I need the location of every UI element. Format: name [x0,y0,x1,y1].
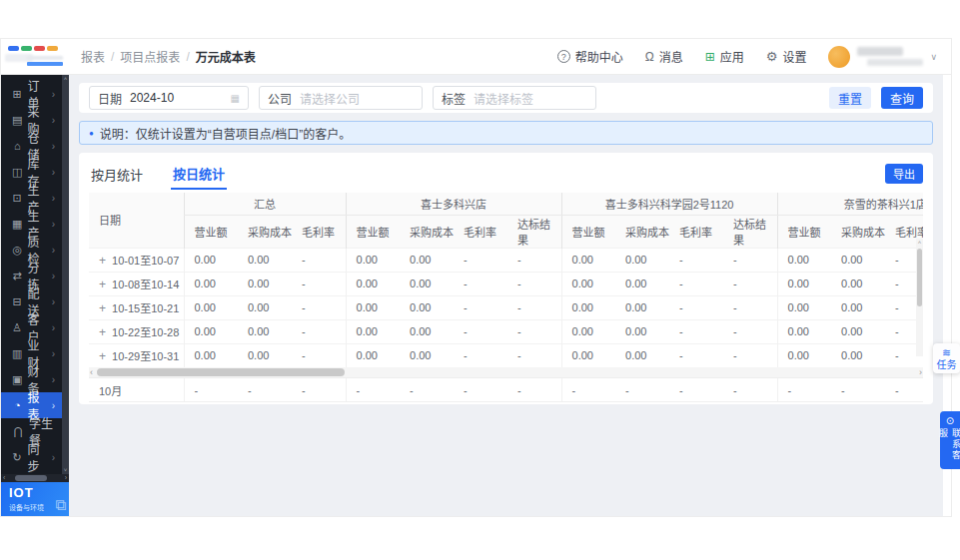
column-header: 营业额 [777,215,831,248]
messages-menu[interactable]: Ω 消息 [645,48,683,65]
export-button[interactable]: 导出 [885,164,923,184]
query-button[interactable]: 查询 [881,87,923,109]
production-icon: ▦ [12,218,22,231]
student-meal-icon: ⋂ [12,425,24,438]
company-select-field[interactable]: 公司 请选择公司 [259,86,423,110]
group-header-store-3: 奈雪的茶科兴1店 [777,193,923,215]
scroll-down-icon[interactable]: ˅ [62,467,69,473]
notice-text: 说明：仅统计设置为“自营项目点/档口”的客户。 [100,125,351,142]
tabs-bar: 按月统计 按日统计 导出 [89,159,923,189]
table-footer-area: 10月 - - - - - - - - - [89,377,923,402]
breadcrumb-item-reports[interactable]: 报表 [81,48,105,65]
production-icon: ⊡ [12,192,22,205]
tag-select-field[interactable]: 标签 请选择标签 [433,86,596,110]
tag-placeholder: 请选择标签 [474,90,533,107]
table-row: +10-08至10-14 0.00 0.00 - 0.00 0.00 - - 0… [89,272,923,295]
group-header-store-1: 喜士多科兴店 [346,193,561,215]
iot-logo-subtitle: 设备与环境 [9,502,44,512]
chevron-right-icon: › [52,296,55,307]
gear-icon: ⚙ [766,49,778,64]
table-footer-row: 10月 - - - - - - - - - [89,378,923,402]
settings-menu[interactable]: ⚙ 设置 [766,48,807,65]
scroll-left-icon[interactable]: ‹ [90,367,93,377]
tasks-floating-button[interactable]: ≋ 任务 [933,343,960,373]
logo-color-bars-icon [8,46,58,51]
warehouse-icon: ⌂ [12,140,22,152]
tasks-label: 任务 [937,359,957,370]
chevron-right-icon: › [52,167,55,178]
tab-monthly-stats[interactable]: 按月统计 [89,160,145,189]
table-row: +10-15至10-21 0.00 0.00 - 0.00 0.00 - - 0… [89,295,923,319]
avatar [828,46,850,68]
chevron-right-icon: › [52,271,55,281]
scroll-right-icon[interactable]: › [919,367,922,377]
chevron-down-icon: ∨ [930,52,937,62]
apps-grid-icon: ⊞ [705,50,715,64]
column-header: 营业额 [561,215,615,248]
question-circle-icon: ? [557,50,570,63]
calendar-icon: ▦ [231,93,240,104]
company-placeholder: 请选择公司 [300,90,360,107]
help-center-menu[interactable]: ? 帮助中心 [557,48,623,65]
user-name-redacted [857,47,923,66]
screen: 报表 / 项目点报表 / 万元成本表 ? 帮助中心 Ω 消息 ⊞ 应用 [0,0,960,560]
breadcrumb-separator: / [186,50,189,64]
expand-icon[interactable]: + [99,325,106,339]
expand-icon[interactable]: + [99,301,106,315]
headset-icon: ⊙ [946,415,954,426]
chevron-right-icon: › [52,115,55,126]
sidebar-vertical-scrollbar[interactable]: ˄ ˅ [62,75,69,474]
delivery-icon: ⊟ [12,295,22,308]
expand-icon[interactable]: + [99,278,106,291]
column-header: 采购成本 [400,215,454,248]
expand-icon[interactable]: + [99,349,106,363]
table-row: +10-29至10-31 0.00 0.00 - 0.00 0.00 - - 0… [89,343,923,367]
report-card: 按月统计 按日统计 导出 [79,153,933,404]
tab-daily-stats[interactable]: 按日统计 [171,159,227,190]
chevron-right-icon: › [52,322,55,333]
breadcrumb-item-project-reports[interactable]: 项目点报表 [120,48,180,65]
purchase-icon: ▤ [12,114,22,127]
date-picker-field[interactable]: 日期 2024-10 ▦ [89,86,249,110]
scrollbar-thumb[interactable] [97,368,345,376]
app-window: 报表 / 项目点报表 / 万元成本表 ? 帮助中心 Ω 消息 ⊞ 应用 [0,38,952,517]
chevron-right-icon: › [52,348,55,359]
sidebar-horizontal-scrollbar[interactable]: ‹ › [1,474,69,482]
scrollbar-thumb[interactable] [917,249,922,306]
customer-service-floating-button[interactable]: ⊙ 联系客服 [940,411,960,469]
scroll-right-icon[interactable]: › [65,474,67,482]
column-header: 达标结果 [507,215,561,248]
sorting-icon: ⇄ [12,270,22,282]
scroll-up-icon[interactable]: ˄ [62,76,69,82]
chevron-right-icon: › [52,193,55,204]
reset-button[interactable]: 重置 [829,87,871,109]
iot-logo[interactable]: IOT 设备与环境 ⧉ [1,482,69,516]
column-header: 采购成本 [831,215,885,248]
scroll-up-icon[interactable]: ˄ [916,239,923,247]
notice-banner: ● 说明：仅统计设置为“自营项目点/档口”的客户。 [79,121,933,145]
inventory-icon: ◫ [12,166,22,179]
app-logo[interactable] [1,39,69,74]
business-finance-icon: ▥ [12,347,22,360]
column-header: 毛利率 [454,215,507,248]
layers-icon: ≋ [942,347,951,358]
scroll-left-icon[interactable]: ‹ [3,474,5,482]
finance-icon: ▣ [12,373,22,386]
iot-logo-title: IOT [9,485,34,500]
apps-menu[interactable]: ⊞ 应用 [705,48,744,65]
summary-footer-table: 10月 - - - - - - - - - [89,377,923,402]
expand-icon[interactable]: + [99,254,106,268]
table-vertical-scrollbar[interactable]: ˄ [916,239,923,356]
column-header: 采购成本 [615,215,669,248]
column-header: 达标结果 [723,215,777,248]
scrollbar-thumb[interactable] [15,475,47,481]
sync-icon: ↻ [12,451,22,464]
table-row: +10-22至10-28 0.00 0.00 - 0.00 0.00 - - 0… [89,319,923,343]
report-icon: ◔ [12,399,22,411]
column-header: 毛利率 [669,215,723,248]
column-header: 营业额 [184,215,238,248]
table-horizontal-scrollbar[interactable]: ‹ › [89,367,923,377]
user-menu[interactable]: ∨ [828,46,937,68]
sidebar-nav: ⊞ 订单 › ▤ 采购 › ⌂ 仓储 › ◫ 库存 › [1,81,62,470]
breadcrumb: 报表 / 项目点报表 / 万元成本表 [81,48,256,65]
